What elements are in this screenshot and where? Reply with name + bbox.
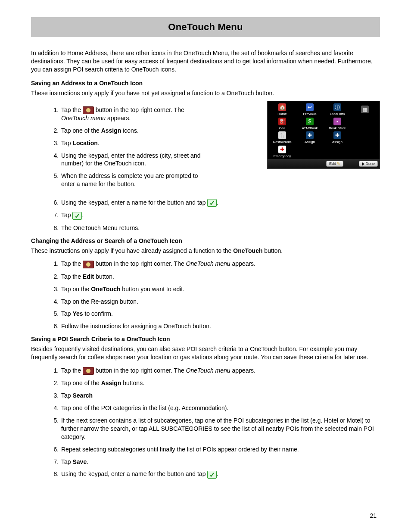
- step: Tap the button in the top right corner. …: [60, 260, 380, 268]
- onetouch-icon: [83, 367, 94, 375]
- title-bar: OneTouch Menu: [31, 17, 380, 37]
- page-title: OneTouch Menu: [168, 22, 243, 33]
- intro-paragraph: In addition to Home Address, there are o…: [31, 49, 380, 74]
- section1-heading: Saving an Address to a OneTouch Icon: [31, 80, 380, 87]
- section3-steps: Tap the button in the top right corner. …: [31, 367, 380, 479]
- step: Tap .: [60, 211, 380, 219]
- step: Repeat selecting subcategories until fin…: [60, 445, 380, 454]
- step: When the address is complete you are pro…: [60, 172, 212, 188]
- step: Tap Search: [60, 392, 380, 400]
- section3-heading: Saving a POI Search Criteria to a OneTou…: [31, 336, 380, 342]
- step: Tap Yes to confirm.: [60, 310, 380, 318]
- step: Tap on the Re-assign button.: [60, 298, 380, 306]
- section1-steps-part2: Using the keypad, enter a name for the b…: [31, 199, 380, 232]
- step: Tap Location.: [60, 139, 212, 147]
- step: Follow the instructions for assigning a …: [60, 322, 380, 330]
- section1-note: These instructions only apply if you hav…: [31, 89, 380, 97]
- checkmark-icon: [207, 471, 217, 479]
- section1-steps-part1: Tap the button in the top right corner. …: [31, 106, 212, 189]
- checkmark-icon: [72, 212, 82, 220]
- step: If the next screen contains a list of su…: [60, 417, 380, 441]
- step: Using the keypad, enter a name for the b…: [60, 199, 380, 207]
- onetouch-menu-screenshot: 🏠Home ↩Previous ⓘLocal Info ▦ ⛽Gas $ATM/…: [267, 101, 380, 169]
- step: The OneTouch Menu returns.: [60, 224, 380, 232]
- checkmark-icon: [207, 199, 217, 207]
- step: Tap the button in the top right corner. …: [60, 106, 212, 122]
- step: Tap the Edit button.: [60, 273, 380, 281]
- step: Tap the button in the top right corner. …: [60, 367, 380, 375]
- step: Using the keypad, enter the address (cit…: [60, 152, 212, 168]
- step: Using the keypad, enter a name for the b…: [60, 470, 380, 478]
- section2-note: These instructions only apply if you hav…: [31, 247, 380, 255]
- section2-steps: Tap the button in the top right corner. …: [31, 260, 380, 330]
- section2-heading: Changing the Address or Search of a OneT…: [31, 237, 380, 244]
- done-button[interactable]: ◗Done: [359, 161, 378, 167]
- edit-button[interactable]: Edit✎: [326, 161, 344, 167]
- step: Tap one of the Assign buttons.: [60, 379, 380, 387]
- page-number: 21: [370, 512, 377, 519]
- step: Tap one of the Assign icons.: [60, 127, 212, 135]
- onetouch-icon: [83, 106, 94, 114]
- step: Tap Save.: [60, 458, 380, 466]
- section3-note: Besides frequently visited destinations,…: [31, 345, 380, 361]
- step: Tap one of the POI categories in the lis…: [60, 404, 380, 412]
- step: Tap on the OneTouch button you want to e…: [60, 285, 380, 293]
- onetouch-icon: [83, 261, 94, 268]
